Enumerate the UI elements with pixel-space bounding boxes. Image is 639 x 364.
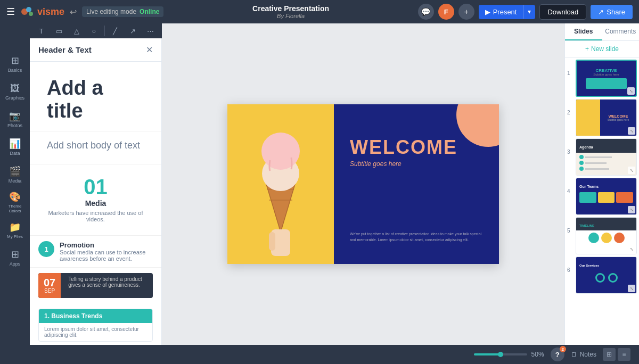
- slide-expand-icon-6[interactable]: ⤡: [628, 285, 635, 292]
- sidebar-item-media[interactable]: 🎬 Media: [2, 162, 28, 187]
- bottom-bar: 50% ? 2 🗒 Notes ⊞ ≡: [0, 345, 639, 364]
- more-tool-button[interactable]: ⋯: [143, 23, 158, 38]
- graphics-icon: 🖼: [10, 83, 20, 94]
- date-content-text: Telling a story behind a product gives a…: [68, 276, 150, 288]
- slide-num-3: 3: [567, 138, 574, 155]
- present-button[interactable]: ▶ Present ▾: [479, 5, 536, 19]
- notification-badge: 2: [560, 346, 566, 352]
- promo-item[interactable]: 1 Promotion Social media can use to incr…: [30, 236, 161, 268]
- rect-tool-button[interactable]: ▭: [52, 23, 66, 38]
- slide-subtitle-text: Subtitle goes here: [350, 160, 402, 168]
- slide-thumbnail-2[interactable]: WELCOME Subtitle goes here ⤡: [576, 99, 637, 136]
- new-slide-label: New slide: [591, 45, 619, 53]
- right-panel: Slides Comments + New slide 1 CREATIVE S…: [564, 23, 639, 345]
- media-number-item[interactable]: 01 Media Marketers have increased the us…: [30, 164, 161, 236]
- sidebar-item-basics[interactable]: ⊞ Basics: [2, 51, 28, 77]
- tab-slides[interactable]: Slides: [565, 23, 602, 40]
- zoom-control: 50%: [474, 351, 544, 358]
- view-mode-icons: ⊞ ≡: [603, 348, 630, 361]
- new-slide-button[interactable]: + New slide: [565, 41, 639, 57]
- share-icon: ↗: [598, 8, 604, 16]
- slide-expand-icon-1[interactable]: ⤡: [627, 87, 635, 95]
- new-slide-plus-icon: +: [585, 45, 589, 53]
- add-body-item[interactable]: Add short body of text: [30, 131, 161, 164]
- sidebar-item-photos[interactable]: 📷 Photos: [2, 106, 28, 132]
- sidebar-item-graphics[interactable]: 🖼 Graphics: [2, 79, 28, 104]
- media-icon: 🎬: [9, 166, 21, 177]
- date-card-item[interactable]: 07 SEP Telling a story behind a product …: [38, 273, 153, 298]
- photos-label: Photos: [7, 123, 22, 128]
- slide-num-1: 1: [567, 60, 574, 76]
- visme-logo-icon: [20, 4, 35, 19]
- slide-thumb-item-1: 1 CREATIVE Subtitle goes here ⤡: [567, 60, 637, 97]
- slide-thumbnail-4[interactable]: Our Teams ⤡: [576, 178, 637, 215]
- slide-expand-icon-4[interactable]: ⤡: [628, 206, 635, 213]
- media-number: 01: [38, 171, 153, 199]
- add-title-text[interactable]: Add a title: [38, 68, 153, 125]
- slide-num-4: 4: [567, 178, 574, 194]
- svg-rect-11: [269, 232, 275, 251]
- slide-thumbnail-5[interactable]: TIMELINE ⤡: [576, 217, 637, 254]
- media-desc: Marketers have increased the use of vide…: [38, 210, 153, 229]
- panel-close-button[interactable]: ✕: [146, 45, 153, 55]
- download-button[interactable]: Download: [539, 4, 586, 20]
- sidebar-item-theme-colors[interactable]: 🎨 Theme Colors: [2, 189, 28, 215]
- slide-expand-icon-2[interactable]: ⤡: [628, 127, 635, 135]
- list-card-item[interactable]: 1. Business Trends Lorem ipsum dolor sit…: [38, 309, 153, 342]
- zoom-slider-thumb[interactable]: [498, 352, 503, 357]
- promo-desc: Social media can use to increase awarene…: [60, 249, 153, 262]
- menu-icon[interactable]: ☰: [6, 6, 15, 18]
- line-tool-button[interactable]: ╱: [108, 23, 122, 38]
- promo-title: Promotion: [60, 241, 153, 249]
- slide-thumbnail-3[interactable]: Agenda: [576, 138, 637, 176]
- online-status: Online: [140, 8, 159, 15]
- zoom-slider-fill: [474, 353, 501, 355]
- apps-label: Apps: [10, 261, 21, 267]
- notes-button[interactable]: 🗒 Notes: [571, 351, 596, 358]
- grid-view-button[interactable]: ⊞: [603, 348, 616, 361]
- slide-decoration-circle: [456, 104, 499, 147]
- ice-cream-illustration: [227, 110, 334, 264]
- add-collaborator-button[interactable]: +: [458, 4, 474, 20]
- slide-expand-icon-5[interactable]: ⤡: [628, 245, 635, 253]
- date-content: Telling a story behind a product gives a…: [65, 273, 153, 298]
- avatar[interactable]: F: [438, 4, 454, 20]
- media-label: Media: [9, 178, 22, 184]
- sidebar-item-apps[interactable]: ⊞ Apps: [2, 245, 28, 270]
- slide-thumb-item-5: 5 TIMELINE ⤡: [567, 217, 637, 254]
- data-label: Data: [10, 151, 20, 156]
- toolbar-strip: T ▭ △ ○ ╱ ↗ ⋯: [30, 23, 162, 38]
- triangle-tool-button[interactable]: △: [69, 23, 84, 38]
- add-body-text[interactable]: Add short body of text: [38, 138, 153, 158]
- tab-comments[interactable]: Comments: [602, 23, 640, 40]
- slide-expand-icon-3[interactable]: ⤡: [628, 167, 635, 174]
- slide-thumbnail-6[interactable]: Our Services ⤡: [576, 257, 637, 294]
- circle-tool-button[interactable]: ○: [87, 23, 101, 38]
- my-files-icon: 📁: [9, 221, 21, 233]
- text-tool-button[interactable]: T: [34, 23, 48, 38]
- help-button[interactable]: ? 2: [551, 348, 564, 361]
- slide-thumbnail-1[interactable]: CREATIVE Subtitle goes here ⤡: [576, 60, 637, 97]
- media-label: Media: [38, 199, 153, 210]
- arrow-tool-button[interactable]: ↗: [126, 23, 140, 38]
- zoom-slider-track: [474, 353, 527, 355]
- undo-icon[interactable]: ↩: [70, 7, 77, 17]
- help-icon: ?: [555, 351, 560, 359]
- add-title-item[interactable]: Add a title: [30, 62, 161, 131]
- live-editing-badge: Live editing mode Online: [82, 6, 163, 17]
- slide-canvas[interactable]: WELCOME Subtitle goes here We've put tog…: [227, 104, 499, 264]
- date-month: SEP: [44, 288, 55, 294]
- list-view-button[interactable]: ≡: [618, 348, 630, 361]
- slide-right-section: WELCOME Subtitle goes here We've put tog…: [334, 104, 499, 264]
- icon-sidebar: ⊞ Basics 🖼 Graphics 📷 Photos 📊 Data 🎬 Me…: [0, 23, 30, 345]
- slide-thumb-item-3: 3 Agenda: [567, 138, 637, 176]
- sidebar-item-data[interactable]: 📊 Data: [2, 134, 28, 160]
- logo: visme: [20, 4, 64, 19]
- logo-text: visme: [37, 6, 64, 18]
- comment-icon-button[interactable]: 💬: [418, 4, 434, 20]
- share-button[interactable]: ↗ Share: [591, 5, 633, 19]
- sidebar-item-my-files[interactable]: 📁 My Files: [2, 217, 28, 243]
- present-dropdown-arrow[interactable]: ▾: [523, 5, 535, 19]
- promo-number-circle: 1: [38, 241, 54, 257]
- share-label: Share: [607, 8, 625, 16]
